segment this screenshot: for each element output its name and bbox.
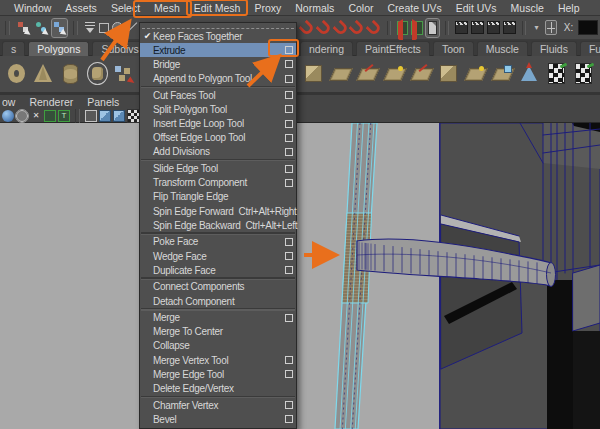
menu-item-detach-component[interactable]: Detach Component [140,294,296,308]
poly-wedge-tool-icon[interactable] [436,60,461,87]
textured-cube-icon[interactable] [113,110,125,122]
menubar-item-muscle[interactable]: Muscle [509,2,546,14]
render-settings-icon[interactable] [503,19,516,37]
menu-item-merge-to-center[interactable]: Merge To Center [140,325,296,339]
shelf-tab-polygons[interactable]: Polygons [28,41,89,56]
snap-to-projected-center-icon[interactable] [350,19,364,37]
x-coordinate-input[interactable] [578,20,598,35]
snap-to-curve-icon[interactable] [317,19,331,37]
highlight-selection-icon[interactable] [99,19,109,37]
menu-item-poke-face[interactable]: Poke Face [140,235,296,249]
shelf-tab-fluids[interactable]: Fluids [531,41,577,56]
render-current-frame-icon[interactable] [471,19,484,37]
menubar-item-assets[interactable]: Assets [63,2,99,14]
menu-item-insert-edge-loop-tool[interactable]: Insert Edge Loop Tool [140,117,296,131]
viewport[interactable] [0,123,600,429]
menu-item-add-divisions[interactable]: Add Divisions [140,145,296,159]
poly-merge-tool-icon[interactable] [382,60,407,87]
poly-quad-tool-icon[interactable] [490,60,515,87]
shelf-tab-s[interactable]: s [2,41,25,56]
grid-toggle-icon[interactable] [44,110,56,122]
menu-item-wedge-face[interactable]: Wedge Face [140,249,296,263]
select-hierarchy-mask-icon[interactable] [16,19,31,37]
menubar-item-color[interactable]: Color [346,2,375,14]
menu-item-duplicate-face[interactable]: Duplicate Face [140,263,296,277]
poly-cone-icon[interactable] [31,60,56,87]
menubar-item-normals[interactable]: Normals [293,2,336,14]
menubar-item-edit-mesh[interactable]: Edit Mesh [192,2,243,14]
option-box-icon[interactable] [283,91,293,99]
snap-mode-circle-icon[interactable] [112,19,123,37]
option-box-icon[interactable] [283,60,293,68]
menu-item-merge[interactable]: Merge [140,311,296,325]
shaded-sphere-icon[interactable] [2,110,14,122]
option-box-icon[interactable] [283,165,293,173]
option-box-icon[interactable] [283,238,293,246]
panel-menu-ow[interactable]: ow [2,96,15,108]
menu-item-delete-edge-vertex[interactable]: Delete Edge/Vertex [140,381,296,395]
snap-to-view-plane-icon[interactable] [367,19,381,37]
subdiv-cone-icon[interactable] [517,60,542,87]
option-box-icon[interactable] [283,370,293,378]
option-box-icon[interactable] [283,148,293,156]
interactive-creation-icon[interactable] [112,60,137,87]
menu-item-append-to-polygon-tool[interactable]: Append to Polygon Tool [140,72,296,86]
construction-history-icon[interactable] [426,19,439,37]
menu-item-extrude[interactable]: Extrude [140,43,296,57]
menubar-item-select[interactable]: Select [109,2,142,14]
shelf-tab-ndering[interactable]: ndering [300,41,353,56]
snap-to-point-icon[interactable] [334,19,348,37]
wireframe-circle-icon[interactable] [16,110,28,122]
menu-item-cut-faces-tool[interactable]: Cut Faces Tool [140,88,296,102]
menu-item-chamfer-vertex[interactable]: Chamfer Vertex [140,398,296,412]
menu-item-connect-components[interactable]: Connect Components [140,280,296,294]
panel-menu-renderer[interactable]: Renderer [29,96,73,108]
input-connections-icon[interactable] [397,19,408,37]
option-box-icon[interactable] [283,252,293,260]
wire-cube-icon[interactable] [85,110,97,122]
menu-item-spin-edge-forward[interactable]: Spin Edge ForwardCtrl+Alt+Right [140,204,296,218]
option-box-icon[interactable] [283,179,293,187]
option-box-icon[interactable] [283,46,293,54]
poly-torus-icon[interactable] [4,60,29,87]
option-box-icon[interactable] [283,134,293,142]
shelf-tab-painteffects[interactable]: PaintEffects [356,41,430,56]
render-flag-icon[interactable] [571,60,596,87]
menubar-item-edit-uvs[interactable]: Edit UVs [454,2,499,14]
poly-cylinder-icon[interactable] [58,60,83,87]
cross-icon[interactable]: ✕ [30,110,42,122]
menu-item-flip-triangle-edge[interactable]: Flip Triangle Edge [140,190,296,204]
menubar-item-proxy[interactable]: Proxy [252,2,283,14]
menu-item-bridge[interactable]: Bridge [140,57,296,71]
option-box-icon[interactable] [283,314,293,322]
texture-toggle-icon[interactable]: T [58,110,70,122]
option-box-icon[interactable] [283,401,293,409]
menubar-item-create-uvs[interactable]: Create UVs [385,2,443,14]
menu-item-transform-component[interactable]: Transform Component [140,176,296,190]
poly-plane-tool-icon[interactable] [328,60,353,87]
shelf-tab-fur[interactable]: Fur [580,41,600,56]
shelf-tab-muscle[interactable]: Muscle [477,41,528,56]
pick-mask-filter-icon[interactable] [84,19,96,37]
option-box-icon[interactable] [283,120,293,128]
poly-cut-tool-icon[interactable] [409,60,434,87]
shelf-tab-toon[interactable]: Toon [433,41,474,56]
output-connections-icon[interactable] [411,19,422,37]
option-box-icon[interactable] [283,105,293,113]
poly-extract-tool-icon[interactable] [463,60,488,87]
menubar-item-window[interactable]: Window [12,2,53,14]
menu-item-split-polygon-tool[interactable]: Split Polygon Tool [140,102,296,116]
option-box-icon[interactable] [283,75,293,83]
menu-item-spin-edge-backward[interactable]: Spin Edge BackwardCtrl+Alt+Left [140,218,296,232]
menu-item-offset-edge-loop-tool[interactable]: Offset Edge Loop Tool [140,131,296,145]
snap-to-grid-icon[interactable] [300,19,314,37]
menubar-item-help[interactable]: Help [556,2,582,14]
shaded-cube-icon[interactable] [99,110,111,122]
option-box-icon[interactable] [283,356,293,364]
coordinate-entry-icon[interactable] [545,19,557,37]
menu-item-merge-edge-tool[interactable]: Merge Edge Tool [140,367,296,381]
field-entry-caret-icon[interactable]: ▾ [532,19,542,37]
poly-cube-tool-icon[interactable] [301,60,326,87]
render-flag-icon[interactable] [544,60,569,87]
select-component-mask-icon[interactable] [52,19,67,37]
